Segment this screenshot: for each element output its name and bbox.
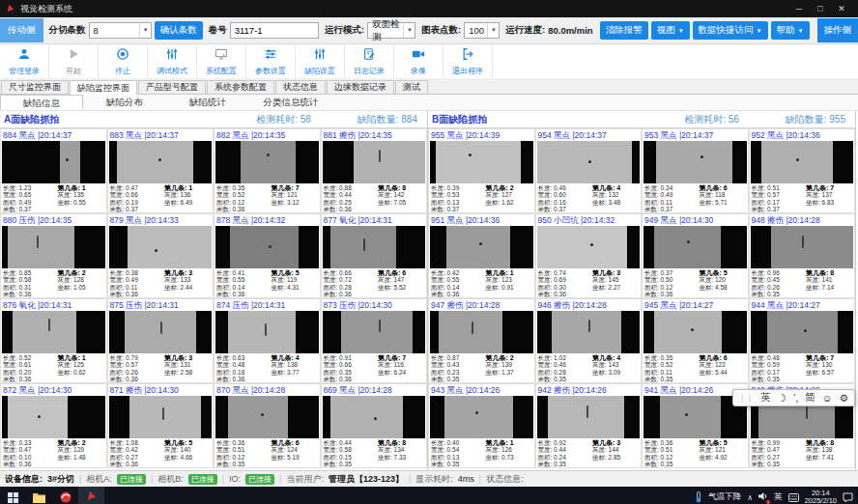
defect-tile[interactable]: 882 黑点 |20:14:35长度: 0.35宽度: 0.52面积: 0.12…: [214, 128, 321, 213]
weather-ticker[interactable]: 气温下降: [708, 491, 741, 503]
defect-tile[interactable]: 949 黑点 |20:14:30长度: 0.37宽度: 0.50面积: 0.12…: [642, 213, 749, 298]
subtab-defect-info[interactable]: 缺陷信息: [0, 95, 83, 110]
clear-alarm-button[interactable]: 清除报警: [600, 21, 648, 40]
defect-settings-button[interactable]: 缺陷设置: [296, 44, 345, 78]
tile-meta: 长度: 0.79宽度: 0.57面积: 0.26米数: 0.36第几条: 3灰度…: [108, 353, 214, 382]
tab-defect-monitor[interactable]: 缺陷监控界面: [70, 80, 137, 95]
touch-keyboard-icon[interactable]: [788, 493, 799, 502]
defect-image: [644, 396, 747, 438]
browser-button[interactable]: [52, 487, 78, 504]
roll-number-input[interactable]: [230, 22, 319, 39]
defect-tile[interactable]: 955 黑点 |20:14:39长度: 0.39宽度: 0.53面积: 0.13…: [428, 128, 535, 213]
tile-header: 954 黑点 |20:14:37: [536, 129, 642, 141]
defect-image: [430, 311, 533, 353]
data-access-menu-button[interactable]: 数据快捷访问▼: [693, 21, 768, 40]
defect-tile[interactable]: 873 压伤 |20:14:30长度: 0.91宽度: 0.66面积: 0.35…: [321, 298, 428, 383]
confirm-count-button[interactable]: 确认条数: [155, 21, 203, 40]
exit-program-button[interactable]: 退出程序: [443, 44, 493, 78]
defect-tile[interactable]: 874 压伤 |20:14:31长度: 0.63宽度: 0.48面积: 0.18…: [214, 298, 321, 383]
meta-width: 宽度: 0.45: [752, 276, 806, 283]
defect-tile[interactable]: 947 擦伤 |20:14:28长度: 0.87宽度: 0.43面积: 0.23…: [428, 298, 535, 383]
chart-points-select[interactable]: 100▼: [464, 22, 500, 39]
ime-moon-icon[interactable]: ☽: [778, 392, 786, 404]
defect-tile[interactable]: 943 黑点 |20:14:26长度: 0.40宽度: 0.54面积: 0.13…: [428, 383, 535, 468]
defect-tile[interactable]: 883 黑点 |20:14:37长度: 0.47宽度: 0.66面积: 0.19…: [107, 128, 214, 213]
meta-width: 宽度: 0.52: [216, 191, 271, 198]
meta-width: 宽度: 0.58: [324, 446, 378, 453]
ime-lang-english[interactable]: 英: [760, 391, 771, 405]
defect-tile[interactable]: 876 氧化 |20:14:31长度: 0.52宽度: 0.61面积: 0.20…: [0, 298, 107, 383]
tile-meta-left: 长度: 0.87宽度: 0.43面积: 0.23米数: 0.35: [431, 354, 485, 382]
defect-tile[interactable]: 948 擦伤 |20:14:28长度: 0.96宽度: 0.45面积: 0.26…: [749, 213, 856, 298]
ime-settings-icon[interactable]: ⚙: [840, 392, 848, 404]
tab-edge-data[interactable]: 边缘数据记录: [327, 80, 394, 94]
run-mode-select[interactable]: 双面检测▼: [367, 22, 415, 39]
defect-tile[interactable]: 881 擦伤 |20:14:35长度: 0.88宽度: 0.44面积: 0.25…: [321, 128, 428, 213]
close-button[interactable]: ✕: [831, 0, 852, 17]
record-button[interactable]: 录像: [394, 44, 443, 78]
minimize-button[interactable]: ─: [788, 0, 810, 17]
help-menu-button[interactable]: 帮助▼: [771, 21, 810, 40]
defect-tile[interactable]: 870 黑点 |20:14:28长度: 0.36宽度: 0.51面积: 0.12…: [214, 383, 321, 468]
defect-tile[interactable]: 945 黑点 |20:14:27长度: 0.35宽度: 0.52面积: 0.11…: [642, 298, 749, 383]
defect-tile[interactable]: 952 黑点 |20:14:36长度: 0.51宽度: 0.57面积: 0.17…: [749, 128, 856, 213]
tab-system-params[interactable]: 系统参数配置: [207, 80, 274, 94]
defect-tile[interactable]: 953 黑点 |20:14:37长度: 0.34宽度: 0.49面积: 0.11…: [642, 128, 749, 213]
taskbar-clock[interactable]: 20:142025/2/10: [805, 490, 837, 504]
slit-count-select[interactable]: 8▼: [89, 22, 152, 39]
ime-emoji-icon[interactable]: ☺: [822, 392, 833, 404]
defect-tile[interactable]: 878 黑点 |20:14:32长度: 0.41宽度: 0.55面积: 0.14…: [214, 213, 321, 298]
log-record-button[interactable]: 日志记录: [345, 44, 394, 78]
operator-side-button[interactable]: 操作侧: [817, 18, 858, 42]
file-explorer-button[interactable]: [26, 487, 52, 504]
current-user-label: 当前用户:: [286, 473, 324, 486]
ime-drag-handle[interactable]: ❘❘: [739, 394, 754, 403]
defect-tile[interactable]: 944 黑点 |20:14:27长度: 0.48宽度: 0.59面积: 0.17…: [749, 298, 856, 383]
defect-tile[interactable]: 875 压伤 |20:14:31长度: 0.79宽度: 0.57面积: 0.26…: [107, 298, 214, 383]
meta-length: 长度: 0.96: [752, 269, 806, 276]
defect-tile[interactable]: 954 黑点 |20:14:37长度: 0.46宽度: 0.60面积: 0.16…: [535, 128, 643, 213]
meta-area: 面积: 0.25: [324, 199, 378, 206]
drive-side-button[interactable]: 传动侧: [0, 18, 43, 42]
maximize-button[interactable]: □: [810, 0, 831, 17]
defect-tile[interactable]: 879 黑点 |20:14:33长度: 0.38宽度: 0.49面积: 0.11…: [107, 213, 214, 298]
view-menu-button[interactable]: 视图▼: [651, 21, 690, 40]
debug-mode-button[interactable]: 调试模式: [148, 44, 197, 78]
tile-meta-left: 长度: 0.37宽度: 0.50面积: 0.12米数: 0.36: [644, 269, 699, 297]
defect-image: [2, 226, 105, 268]
system-config-button[interactable]: 系统配置: [197, 44, 246, 78]
defect-tile[interactable]: 951 黑点 |20:14:36长度: 0.42宽度: 0.55面积: 0.14…: [428, 213, 535, 298]
inspection-app-button[interactable]: [78, 487, 104, 504]
action-center-icon[interactable]: [843, 492, 853, 503]
meta-coordinate: 坐标: 1.37: [485, 369, 533, 376]
tab-status-info[interactable]: 状态信息: [275, 80, 326, 94]
subtab-defect-dist[interactable]: 缺陷分布: [83, 95, 166, 110]
defect-tile[interactable]: 950 小凹坑 |20:14:32长度: 0.74宽度: 0.69面积: 0.3…: [535, 213, 643, 298]
start-button[interactable]: [0, 487, 26, 504]
defect-tile[interactable]: 869 黑点 |20:14:28长度: 0.44宽度: 0.58面积: 0.15…: [321, 383, 428, 468]
defect-tile[interactable]: 871 擦伤 |20:14:30长度: 1.08宽度: 0.42面积: 0.27…: [107, 383, 214, 468]
tab-product-config[interactable]: 产品型号配置: [138, 80, 206, 94]
volume-button[interactable]: [758, 491, 768, 503]
ime-punctuation[interactable]: ’,: [793, 392, 798, 404]
defect-tile[interactable]: 884 黑点 |20:14:37长度: 1.23宽度: 0.65面积: 0.49…: [0, 128, 107, 213]
defect-tile[interactable]: 877 氧化 |20:14:31长度: 0.66宽度: 0.72面积: 0.28…: [321, 213, 428, 298]
stop-button[interactable]: 停止: [99, 44, 148, 78]
defect-mark: [162, 407, 164, 420]
tab-size-monitor[interactable]: 尺寸监控界面: [1, 80, 69, 94]
start-button[interactable]: 开始: [49, 44, 99, 78]
meta-width: 宽度: 0.46: [538, 361, 592, 368]
defect-tile[interactable]: 946 擦伤 |20:14:28长度: 1.02宽度: 0.46面积: 0.28…: [535, 298, 643, 383]
defect-image: [430, 396, 533, 438]
defect-tile[interactable]: 942 擦伤 |20:14:26长度: 0.92宽度: 0.44面积: 0.24…: [535, 383, 643, 468]
defect-tile[interactable]: 880 压伤 |20:14:35长度: 0.85宽度: 0.58面积: 0.31…: [0, 213, 107, 298]
admin-login-button[interactable]: 管理登录: [0, 44, 49, 78]
defect-tile[interactable]: 872 黑点 |20:14:30长度: 0.33宽度: 0.47面积: 0.10…: [0, 383, 107, 468]
ime-indicator[interactable]: 英: [774, 491, 783, 503]
tray-expand-button[interactable]: ∧: [747, 493, 753, 502]
subtab-defect-stats[interactable]: 缺陷统计: [166, 95, 249, 110]
subtab-class-stats[interactable]: 分类信息统计: [249, 95, 332, 110]
param-settings-button[interactable]: 参数设置: [246, 44, 296, 78]
ime-simplified[interactable]: 简: [805, 391, 815, 405]
tab-test[interactable]: 测试: [395, 80, 428, 94]
